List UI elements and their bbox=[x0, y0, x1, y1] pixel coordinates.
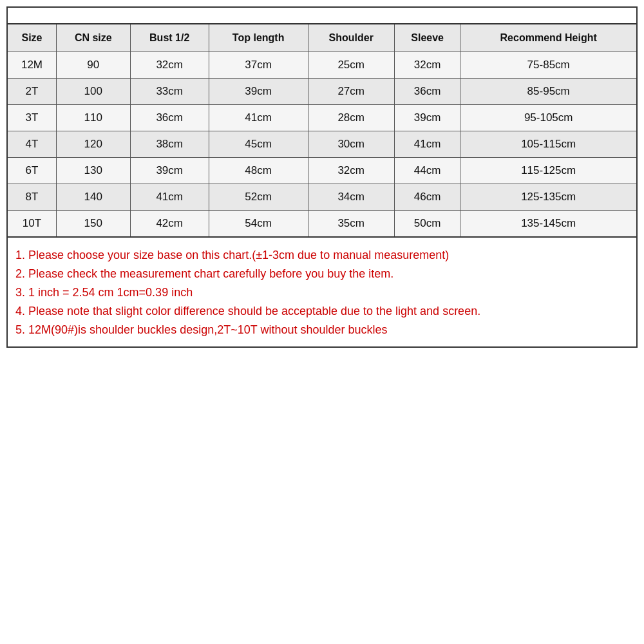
table-cell-1-3: 39cm bbox=[209, 79, 308, 105]
table-cell-2-1: 110 bbox=[56, 105, 130, 131]
header-row: SizeCN sizeBust 1/2Top lengthShoulderSle… bbox=[7, 24, 637, 52]
table-cell-5-6: 125-135cm bbox=[460, 184, 637, 211]
table-cell-1-6: 85-95cm bbox=[460, 79, 637, 105]
note-item-1: 1. Please choose your size base on this … bbox=[15, 247, 629, 264]
table-row: 2T10033cm39cm27cm36cm85-95cm bbox=[7, 79, 637, 105]
table-cell-6-5: 50cm bbox=[394, 211, 460, 238]
main-container: SizeCN sizeBust 1/2Top lengthShoulderSle… bbox=[0, 0, 644, 644]
header-cell-1: CN size bbox=[56, 24, 130, 52]
table-cell-4-2: 39cm bbox=[130, 158, 209, 184]
note-item-2: 2. Please check the measurement chart ca… bbox=[15, 265, 629, 283]
table-cell-4-3: 48cm bbox=[209, 158, 308, 184]
table-cell-1-4: 27cm bbox=[308, 79, 394, 105]
table-cell-3-3: 45cm bbox=[209, 131, 308, 158]
table-cell-5-1: 140 bbox=[56, 184, 130, 211]
table-cell-1-2: 33cm bbox=[130, 79, 209, 105]
table-cell-3-6: 105-115cm bbox=[460, 131, 637, 158]
table-cell-3-2: 38cm bbox=[130, 131, 209, 158]
table-row: 12M9032cm37cm25cm32cm75-85cm bbox=[7, 52, 637, 79]
table-cell-6-4: 35cm bbox=[308, 211, 394, 238]
table-cell-1-1: 100 bbox=[56, 79, 130, 105]
table-cell-6-1: 150 bbox=[56, 211, 130, 238]
note-item-4: 4. Please note that slight color differe… bbox=[15, 303, 629, 320]
table-cell-4-1: 130 bbox=[56, 158, 130, 184]
header-cell-3: Top length bbox=[209, 24, 308, 52]
title-section bbox=[6, 6, 638, 23]
table-cell-3-5: 41cm bbox=[394, 131, 460, 158]
table-cell-0-1: 90 bbox=[56, 52, 130, 79]
table-cell-5-0: 8T bbox=[7, 184, 56, 211]
header-cell-2: Bust 1/2 bbox=[130, 24, 209, 52]
table-cell-0-6: 75-85cm bbox=[460, 52, 637, 79]
table-cell-4-6: 115-125cm bbox=[460, 158, 637, 184]
table-cell-0-5: 32cm bbox=[394, 52, 460, 79]
table-cell-5-5: 46cm bbox=[394, 184, 460, 211]
table-cell-2-5: 39cm bbox=[394, 105, 460, 131]
note-item-3: 3. 1 inch = 2.54 cm 1cm=0.39 inch bbox=[15, 284, 629, 301]
table-cell-6-0: 10T bbox=[7, 211, 56, 238]
table-cell-6-6: 135-145cm bbox=[460, 211, 637, 238]
table-row: 6T13039cm48cm32cm44cm115-125cm bbox=[7, 158, 637, 184]
table-row: 10T15042cm54cm35cm50cm135-145cm bbox=[7, 211, 637, 238]
table-cell-5-2: 41cm bbox=[130, 184, 209, 211]
note-item-5: 5. 12M(90#)is shoulder buckles design,2T… bbox=[15, 321, 629, 339]
table-cell-6-2: 42cm bbox=[130, 211, 209, 238]
table-cell-3-4: 30cm bbox=[308, 131, 394, 158]
table-cell-6-3: 54cm bbox=[209, 211, 308, 238]
size-table: SizeCN sizeBust 1/2Top lengthShoulderSle… bbox=[6, 23, 638, 238]
table-header: SizeCN sizeBust 1/2Top lengthShoulderSle… bbox=[7, 24, 637, 52]
table-row: 4T12038cm45cm30cm41cm105-115cm bbox=[7, 131, 637, 158]
table-cell-4-0: 6T bbox=[7, 158, 56, 184]
header-cell-6: Recommend Height bbox=[460, 24, 637, 52]
table-cell-5-3: 52cm bbox=[209, 184, 308, 211]
table-cell-2-6: 95-105cm bbox=[460, 105, 637, 131]
table-row: 8T14041cm52cm34cm46cm125-135cm bbox=[7, 184, 637, 211]
table-cell-2-3: 41cm bbox=[209, 105, 308, 131]
table-cell-4-5: 44cm bbox=[394, 158, 460, 184]
table-cell-0-4: 25cm bbox=[308, 52, 394, 79]
table-body: 12M9032cm37cm25cm32cm75-85cm2T10033cm39c… bbox=[7, 52, 637, 238]
notes-section: 1. Please choose your size base on this … bbox=[6, 238, 638, 348]
table-cell-0-0: 12M bbox=[7, 52, 56, 79]
table-cell-1-5: 36cm bbox=[394, 79, 460, 105]
table-cell-5-4: 34cm bbox=[308, 184, 394, 211]
header-cell-5: Sleeve bbox=[394, 24, 460, 52]
table-cell-2-0: 3T bbox=[7, 105, 56, 131]
header-cell-4: Shoulder bbox=[308, 24, 394, 52]
table-cell-2-4: 28cm bbox=[308, 105, 394, 131]
table-cell-0-3: 37cm bbox=[209, 52, 308, 79]
table-cell-4-4: 32cm bbox=[308, 158, 394, 184]
header-cell-0: Size bbox=[7, 24, 56, 52]
table-cell-1-0: 2T bbox=[7, 79, 56, 105]
table-row: 3T11036cm41cm28cm39cm95-105cm bbox=[7, 105, 637, 131]
table-cell-3-1: 120 bbox=[56, 131, 130, 158]
table-cell-0-2: 32cm bbox=[130, 52, 209, 79]
table-cell-3-0: 4T bbox=[7, 131, 56, 158]
table-cell-2-2: 36cm bbox=[130, 105, 209, 131]
